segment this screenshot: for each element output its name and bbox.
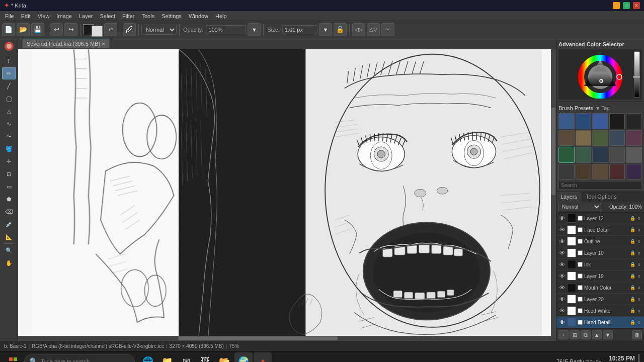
layer-visibility-toggle[interactable]: 👁 [558,249,566,256]
menu-edit[interactable]: Edit [18,12,34,20]
layer-checkbox[interactable] [578,262,583,267]
bezier-tool-button[interactable]: ∿ [2,118,16,130]
swap-colors-button[interactable]: ⇄ [104,23,117,36]
layer-visibility-toggle[interactable]: 👁 [558,238,566,245]
menu-filter[interactable]: Filter [119,12,137,20]
brush-item-11[interactable] [558,147,575,163]
canvas-scrollbar-horizontal[interactable] [18,336,551,341]
menu-file[interactable]: File [2,12,17,20]
taskbar-files[interactable]: 📂 [215,352,233,363]
layer-lock-icon[interactable]: 🔒 [629,308,635,314]
background-color[interactable] [92,26,103,37]
layer-visibility-toggle[interactable]: 👁 [558,319,566,326]
transform-tool-button[interactable]: ⊡ [2,168,16,180]
tab-tool-options[interactable]: Tool Options [582,192,621,202]
layer-alpha-icon[interactable]: α [636,285,642,291]
save-button[interactable]: 💾 [31,23,44,36]
duplicate-layer-button[interactable]: ⧉ [581,330,591,339]
layer-lock-icon[interactable]: 🔒 [629,285,635,291]
brush-search[interactable] [558,181,642,190]
assistant-button[interactable]: 📐 [2,231,16,243]
menu-help[interactable]: Help [212,12,230,20]
canvas-scrollbar-thumb-h[interactable] [178,336,338,340]
layer-visibility-toggle[interactable]: 👁 [558,226,566,233]
delete-layer-button[interactable]: 🗑 [632,330,642,339]
layer-visibility-toggle[interactable]: 👁 [558,261,566,268]
close-button[interactable]: ✕ [633,2,640,9]
layer-item[interactable]: 👁 Hand Detail 🔒 α [556,317,644,328]
layer-checkbox[interactable] [578,227,583,232]
taskbar-browser-active[interactable]: 🌍 [234,352,253,363]
start-button[interactable] [4,352,22,363]
layer-alpha-icon[interactable]: α [636,319,642,325]
text-tool-button[interactable]: T [2,55,16,67]
layer-alpha-icon[interactable]: α [636,261,642,267]
minimize-button[interactable]: – [613,2,620,9]
layer-item[interactable]: 👁 Layer 20 🔒 α [556,294,644,305]
layer-item[interactable]: 👁 Layer 19 🔒 α [556,270,644,282]
size-input[interactable] [282,25,317,34]
brush-item-14[interactable] [609,147,625,163]
layer-checkbox[interactable] [578,285,583,290]
menu-image[interactable]: Image [53,12,75,20]
menu-settings[interactable]: Settings [158,12,185,20]
brush-item-17[interactable] [576,164,592,180]
layer-item[interactable]: 👁 Mouth Color 🔒 α [556,282,644,294]
brush-item-20[interactable] [626,164,642,180]
layer-checkbox[interactable] [578,250,583,255]
layer-lock-icon[interactable]: 🔒 [629,319,635,325]
brush-item-6[interactable] [558,130,575,146]
layer-checkbox[interactable] [578,320,583,325]
brush-item-1[interactable] [558,113,575,129]
layer-checkbox[interactable] [578,308,583,313]
selection-freehand-button[interactable]: ⬟ [2,193,16,205]
add-group-button[interactable]: ⊞ [570,330,580,339]
layer-lock-icon[interactable]: 🔒 [629,261,635,267]
layer-checkbox[interactable] [578,274,583,279]
brush-item-13[interactable] [592,147,608,163]
canvas-tab-item[interactable]: Severed Head.kra (396.5 MB) × [22,39,110,48]
pan-tool-button[interactable]: ✋ [2,257,16,269]
move-down-button[interactable]: ▼ [603,330,613,339]
brush-item-9[interactable] [609,130,625,146]
move-up-button[interactable]: ▲ [592,330,602,339]
layer-lock-icon[interactable]: 🔒 [629,296,635,302]
layer-visibility-toggle[interactable]: 👁 [558,284,566,291]
layer-item[interactable]: 👁 Ink 🔒 α [556,259,644,270]
canvas-content[interactable] [18,49,556,341]
taskbar-edge[interactable]: 🌐 [139,352,157,363]
menu-window[interactable]: Window [186,12,211,20]
layer-alpha-icon[interactable]: α [636,296,642,302]
brush-item-2[interactable] [576,113,592,129]
ellipse-tool-button[interactable]: ◯ [2,93,16,105]
canvas-scrollbar-vertical[interactable] [551,49,556,341]
canvas-scrollbar-thumb-v[interactable] [551,108,555,195]
layer-lock-icon[interactable]: 🔒 [629,273,635,279]
layer-checkbox[interactable] [578,216,583,221]
layer-lock-icon[interactable]: 🔒 [629,227,635,233]
color-sampler-button[interactable]: 💉 [2,218,16,230]
taskbar-photos[interactable]: 🖼 [196,352,214,363]
menu-view[interactable]: View [35,12,53,20]
layer-item[interactable]: 👁 Layer 10 🔒 α [556,247,644,259]
layer-checkbox[interactable] [578,297,583,302]
size-lock-btn[interactable]: 🔓 [334,23,347,36]
taskbar-krita[interactable]: ✦ [254,352,272,363]
layer-lock-icon[interactable]: 🔒 [629,215,635,221]
taskbar-search-bar[interactable]: 🔍 Type here to search [24,354,135,363]
layer-item[interactable]: 👁 Face Detail 🔒 α [556,224,644,236]
layer-lock-icon[interactable]: 🔒 [629,238,635,244]
layer-alpha-icon[interactable]: α [636,227,642,233]
smoothing-button[interactable]: 〰 [381,23,394,36]
tag-dropdown[interactable]: ▼ Tag [595,106,610,111]
zoom-tool-button[interactable]: 🔍 [2,244,16,256]
blend-mode-select[interactable]: Normal Multiply Screen [141,25,177,35]
layer-alpha-icon[interactable]: α [636,238,642,244]
menu-layer[interactable]: Layer [76,12,96,20]
layer-visibility-toggle[interactable]: 👁 [558,307,566,314]
layer-alpha-icon[interactable]: α [636,250,642,256]
layer-visibility-toggle[interactable]: 👁 [558,296,566,303]
layer-alpha-icon[interactable]: α [636,215,642,221]
brush-item-4[interactable] [609,113,625,129]
brush-item-8[interactable] [592,130,608,146]
